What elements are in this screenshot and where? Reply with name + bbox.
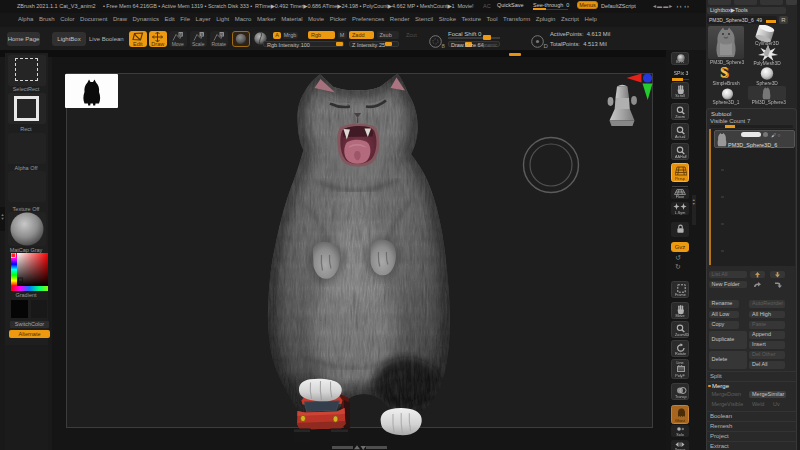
svg-text:S: S: [720, 65, 728, 80]
svg-text:D: D: [544, 43, 549, 49]
svg-text:S: S: [200, 32, 203, 37]
svg-text:R: R: [220, 32, 223, 37]
svg-text:8: 8: [442, 43, 446, 49]
svg-text:M: M: [179, 32, 182, 37]
